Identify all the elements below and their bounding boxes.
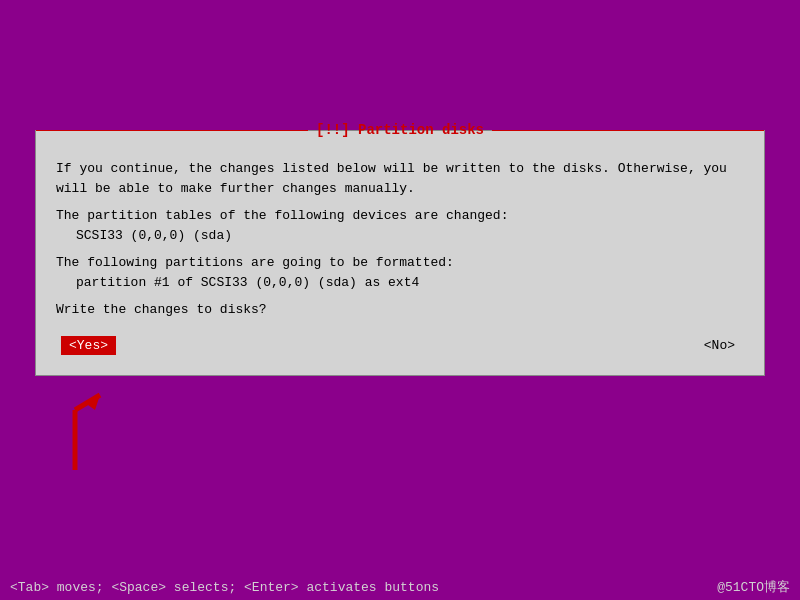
status-bar: <Tab> moves; <Space> selects; <Enter> ac…	[0, 574, 800, 600]
dialog-buttons: <Yes> <No>	[56, 336, 744, 355]
dialog-body: If you continue, the changes listed belo…	[56, 159, 744, 320]
yes-button[interactable]: <Yes>	[61, 336, 116, 355]
no-button[interactable]: <No>	[700, 336, 739, 355]
title-line-left	[36, 130, 308, 131]
dialog-content: If you continue, the changes listed belo…	[36, 149, 764, 375]
body-line-1: If you continue, the changes listed belo…	[56, 159, 744, 198]
watermark: @51CTO博客	[717, 578, 790, 596]
screen: [!!] Partition disks If you continue, th…	[0, 0, 800, 600]
dialog-title: [!!] Partition disks	[308, 122, 492, 138]
body-line-2: The partition tables of the following de…	[56, 206, 744, 245]
arrow-svg	[60, 390, 140, 480]
partition-list: partition #1 of SCSI33 (0,0,0) (sda) as …	[76, 275, 419, 290]
body-line-3: The following partitions are going to be…	[56, 253, 744, 292]
arrow-indicator	[60, 390, 140, 484]
title-line-right	[492, 130, 764, 131]
help-text: <Tab> moves; <Space> selects; <Enter> ac…	[10, 580, 439, 595]
dialog-box: [!!] Partition disks If you continue, th…	[35, 130, 765, 376]
device-list: SCSI33 (0,0,0) (sda)	[76, 228, 232, 243]
dialog-title-bar: [!!] Partition disks	[36, 121, 764, 139]
body-line-4: Write the changes to disks?	[56, 300, 744, 320]
